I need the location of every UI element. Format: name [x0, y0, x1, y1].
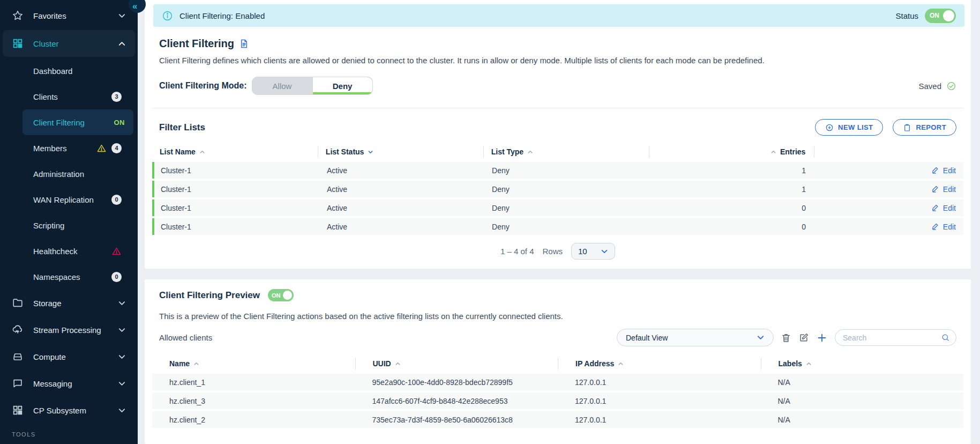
- sidebar-item-label: Namespaces: [33, 272, 80, 282]
- documentation-icon[interactable]: [239, 39, 249, 49]
- page-title-row: Client Filtering: [159, 38, 956, 50]
- pagination: 1 – 4 of 4 Rows 10: [152, 243, 963, 260]
- sidebar-item-label: Administration: [33, 169, 84, 179]
- cell-entries: 1: [649, 166, 814, 175]
- sidebar-item-stream-processing[interactable]: Stream Processing: [0, 316, 138, 343]
- status-toggle[interactable]: ON: [925, 9, 956, 23]
- pencil-icon: [931, 204, 939, 212]
- new-list-button[interactable]: NEW LIST: [815, 119, 883, 136]
- cell-entries: 0: [649, 204, 814, 212]
- sidebar-item-wan-replication[interactable]: WAN Replication 0: [0, 187, 138, 212]
- info-icon: [162, 10, 173, 21]
- sidebar-item-label: Members: [33, 144, 67, 153]
- grid-icon: [12, 38, 24, 49]
- compute-box-icon: [12, 351, 24, 362]
- pencil-icon: [931, 185, 939, 193]
- cell-client-name: hz.client_1: [152, 378, 355, 387]
- sidebar-item-messaging[interactable]: Messaging: [0, 370, 138, 397]
- toggle-knob: [283, 291, 292, 300]
- sidebar-item-cp-subsystem[interactable]: CP Subsystem: [0, 397, 138, 424]
- mode-label: Client Filtering Mode:: [159, 81, 247, 91]
- cell-list-type: Deny: [484, 185, 649, 194]
- column-header-labels[interactable]: Labels: [761, 358, 964, 369]
- edit-button[interactable]: Edit: [931, 166, 956, 175]
- search-box: [835, 329, 956, 346]
- cell-client-uuid: 95e2a90c-100e-4dd0-8928-bdecb72899f5: [355, 378, 558, 387]
- page-size-select[interactable]: 10: [571, 243, 615, 260]
- sidebar-item-storage[interactable]: Storage: [0, 290, 138, 316]
- pagination-range: 1 – 4 of 4: [500, 247, 534, 256]
- sidebar-item-administration[interactable]: Administration: [0, 161, 138, 187]
- cell-list-name: Cluster-1: [154, 166, 319, 175]
- table-row: hz.client_3 147afcc6-607f-4cf9-b848-42e2…: [152, 393, 963, 409]
- sort-caret-down-icon: [368, 149, 373, 155]
- wan-count-badge: 0: [111, 195, 122, 205]
- sort-caret-icon: [199, 149, 205, 155]
- preview-controls-row: Allowed clients Default View: [159, 329, 956, 346]
- edit-button[interactable]: Edit: [931, 185, 956, 194]
- sidebar-item-cluster[interactable]: Cluster: [3, 30, 135, 57]
- column-header-uuid[interactable]: UUID: [355, 358, 558, 369]
- sidebar-item-clients[interactable]: Clients 3: [0, 84, 138, 109]
- sidebar: « Favorites Cluster Dashboard Clients 3 …: [0, 0, 138, 444]
- trash-icon[interactable]: [781, 332, 791, 343]
- toggle-on-label: ON: [272, 292, 281, 299]
- report-label: REPORT: [916, 123, 946, 131]
- search-input[interactable]: [843, 334, 941, 342]
- table-row: hz.client_1 95e2a90c-100e-4dd0-8928-bdec…: [152, 374, 963, 390]
- sidebar-item-compute[interactable]: Compute: [0, 343, 138, 370]
- chevron-down-icon: [118, 353, 126, 361]
- add-view-icon[interactable]: [816, 332, 828, 344]
- cell-client-labels: N/A: [761, 416, 964, 424]
- sort-caret-icon: [193, 361, 199, 367]
- table-row: Cluster-1 Active Deny 0 Edit: [152, 218, 963, 235]
- sidebar-item-label: Dashboard: [33, 66, 72, 76]
- edit-view-icon[interactable]: [798, 332, 809, 343]
- sidebar-item-dashboard[interactable]: Dashboard: [0, 58, 138, 84]
- sidebar-item-namespaces[interactable]: Namespaces 0: [0, 264, 138, 290]
- preview-toggle[interactable]: ON: [268, 289, 294, 301]
- report-button[interactable]: REPORT: [893, 119, 956, 136]
- column-header-list-name[interactable]: List Name: [152, 146, 318, 158]
- plus-circle-icon: [825, 123, 834, 132]
- sidebar-item-favorites[interactable]: Favorites: [0, 2, 138, 29]
- cell-list-status: Active: [319, 223, 484, 231]
- column-header-list-status[interactable]: List Status: [318, 146, 483, 158]
- sidebar-item-client-filtering[interactable]: Client Filtering ON: [23, 109, 133, 135]
- chevron-down-icon: [601, 248, 608, 255]
- chevron-down-icon: [757, 334, 765, 342]
- column-header-entries[interactable]: Entries: [649, 146, 814, 158]
- sort-caret-icon: [770, 149, 776, 155]
- tools-section-label: TOOLS: [0, 431, 138, 444]
- view-select-value: Default View: [626, 334, 668, 342]
- main-content: Client Filtering: Enabled Status ON Clie…: [138, 0, 980, 444]
- saved-status: Saved: [918, 81, 956, 91]
- cell-client-ip: 127.0.0.1: [558, 378, 761, 387]
- cell-entries: 0: [649, 223, 814, 231]
- column-header-list-type[interactable]: List Type: [483, 146, 649, 158]
- edit-button[interactable]: Edit: [931, 223, 956, 231]
- mode-segmented-control: Allow Deny: [252, 77, 373, 95]
- sidebar-item-healthcheck[interactable]: Healthcheck: [0, 238, 138, 264]
- preview-description: This is a preview of the Client Filterin…: [159, 312, 956, 321]
- warning-triangle-icon: [96, 143, 107, 153]
- edit-button[interactable]: Edit: [931, 204, 956, 212]
- rows-label: Rows: [543, 247, 563, 256]
- sidebar-item-members[interactable]: Members 4: [0, 135, 138, 161]
- client-filtering-on-badge: ON: [114, 119, 125, 127]
- saved-label: Saved: [918, 82, 941, 91]
- sidebar-item-label: Messaging: [33, 379, 72, 388]
- column-header-actions: [814, 146, 963, 158]
- column-header-ip-address[interactable]: IP Address: [558, 358, 761, 369]
- chevron-down-icon: [118, 299, 126, 307]
- star-icon: [12, 10, 24, 21]
- allow-mode-button[interactable]: Allow: [252, 77, 312, 94]
- pencil-icon: [931, 223, 939, 231]
- alert-triangle-icon: [111, 246, 122, 256]
- view-select[interactable]: Default View: [617, 329, 774, 346]
- sidebar-item-scripting[interactable]: Scripting: [0, 212, 138, 238]
- deny-mode-button[interactable]: Deny: [312, 77, 372, 94]
- column-header-name[interactable]: Name: [152, 358, 355, 369]
- sidebar-item-label: Favorites: [33, 11, 66, 20]
- folder-icon: [12, 297, 24, 309]
